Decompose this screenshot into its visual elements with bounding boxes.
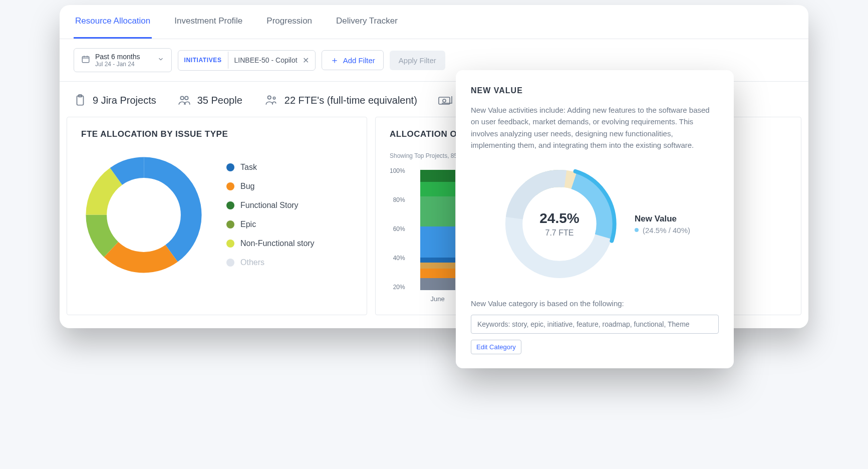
svg-point-4	[185, 96, 188, 100]
initiative-filter-value: LINBEE-50 - Copilot ✕	[228, 51, 315, 70]
clipboard-icon	[74, 94, 87, 107]
svg-rect-0	[82, 57, 89, 63]
close-icon[interactable]: ✕	[303, 56, 309, 65]
new-value-percent: 24.5%	[539, 210, 579, 226]
stat-people-text: 35 People	[197, 95, 242, 106]
add-filter-button[interactable]: ＋ Add Filter	[322, 50, 384, 70]
tab-delivery-tracker[interactable]: Delivery Tracker	[335, 5, 399, 39]
stat-projects-text: 9 Jira Projects	[93, 95, 156, 106]
plus-icon: ＋	[330, 56, 339, 65]
stat-fte: 22 FTE's (full-time equivalent)	[263, 94, 417, 107]
legend-epic[interactable]: Epic	[226, 220, 315, 229]
legend-others[interactable]: Others	[226, 258, 315, 267]
dot-icon	[226, 201, 234, 209]
new-value-title: NEW VALUE	[471, 86, 719, 95]
tab-resource-allocation[interactable]: Resource Allocation	[74, 5, 152, 39]
stat-projects: 9 Jira Projects	[74, 94, 156, 107]
dot-icon	[226, 240, 234, 248]
tab-investment-profile[interactable]: Investment Profile	[173, 5, 244, 39]
dot-icon	[635, 228, 639, 232]
money-icon	[438, 95, 453, 106]
people-icon	[177, 94, 191, 107]
dot-icon	[226, 259, 234, 267]
initiative-filter-value-text: LINBEE-50 - Copilot	[234, 56, 298, 64]
svg-point-5	[267, 96, 271, 99]
legend-functional-story[interactable]: Functional Story	[226, 201, 315, 210]
legend-task[interactable]: Task	[226, 163, 315, 172]
new-value-note: New Value category is based on the follo…	[471, 299, 719, 308]
date-range-text: Past 6 months Jul 24 - Jan 24	[95, 53, 140, 68]
legend-bug[interactable]: Bug	[226, 182, 315, 191]
tab-progression[interactable]: Progression	[265, 5, 314, 39]
keywords-box: Keywords: story, epic, initiative, featu…	[471, 315, 719, 334]
initiative-filter-label: INITIATIVES	[178, 52, 228, 69]
panel-fte-allocation: FTE ALLOCATION BY ISSUE TYPE Task Bug Fu…	[67, 117, 367, 315]
new-value-card: NEW VALUE New Value activities include: …	[456, 70, 734, 368]
callout-title: New Value	[635, 214, 690, 224]
y-axis: 100% 80% 60% 40% 20%	[390, 167, 405, 303]
new-value-callout: New Value (24.5% / 40%)	[635, 214, 690, 234]
tab-bar: Resource Allocation Investment Profile P…	[60, 5, 808, 39]
callout-sub: (24.5% / 40%)	[635, 226, 690, 234]
initiative-filter-chip[interactable]: INITIATIVES LINBEE-50 - Copilot ✕	[178, 50, 316, 71]
dot-icon	[226, 220, 234, 228]
apply-filter-button[interactable]: Apply Filter	[390, 51, 445, 70]
dot-icon	[226, 182, 234, 190]
person-icon	[263, 94, 278, 107]
calendar-icon	[81, 55, 90, 66]
svg-point-3	[180, 96, 184, 100]
panel-fte-allocation-title: FTE ALLOCATION BY ISSUE TYPE	[81, 129, 353, 139]
stat-fte-text: 22 FTE's (full-time equivalent)	[284, 95, 417, 106]
chevron-down-icon	[157, 56, 164, 65]
new-value-description: New Value activities include: Adding new…	[471, 104, 719, 151]
date-range-title: Past 6 months	[95, 53, 140, 61]
bar-june[interactable]: June	[420, 170, 455, 303]
add-filter-label: Add Filter	[343, 56, 375, 65]
donut-chart-fte	[81, 152, 206, 278]
donut-legend: Task Bug Functional Story Epic Non-Funct…	[226, 163, 315, 267]
svg-point-6	[273, 97, 275, 99]
new-value-donut: 24.5% 7.7 FTE	[499, 164, 620, 284]
edit-category-button[interactable]: Edit Category	[471, 340, 521, 354]
dot-icon	[226, 163, 234, 171]
legend-nonfunctional-story[interactable]: Non-Functional story	[226, 239, 315, 248]
date-range-select[interactable]: Past 6 months Jul 24 - Jan 24	[74, 48, 172, 72]
date-range-sub: Jul 24 - Jan 24	[95, 61, 140, 68]
new-value-fte: 7.7 FTE	[539, 228, 579, 238]
bar-label-june: June	[431, 295, 445, 303]
svg-point-8	[443, 99, 446, 102]
stat-people: 35 People	[177, 94, 242, 107]
